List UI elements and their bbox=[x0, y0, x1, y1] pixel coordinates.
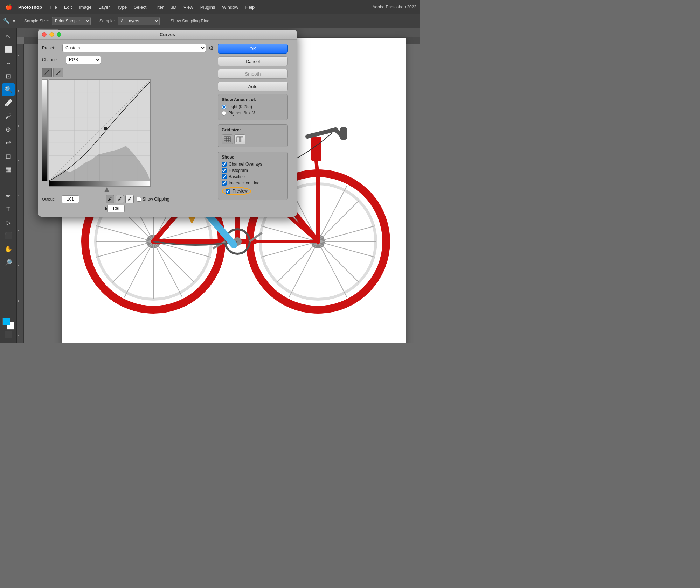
image-menu-item[interactable]: Image bbox=[75, 5, 95, 10]
channel-select[interactable]: RGB Red Green Blue bbox=[66, 56, 101, 64]
input-value-input[interactable] bbox=[107, 205, 125, 212]
sample-select[interactable]: All Layers Current Layer bbox=[118, 17, 160, 25]
show-clipping-checkbox[interactable] bbox=[137, 197, 141, 202]
intersection-line-checkbox[interactable] bbox=[222, 181, 227, 186]
sample-size-label: Sample Size: bbox=[24, 19, 49, 23]
type-menu-item[interactable]: Type bbox=[113, 5, 130, 10]
curve-tool-pencil-btn[interactable] bbox=[53, 68, 63, 77]
channel-row: Channel: RGB Red Green Blue bbox=[42, 56, 214, 64]
3d-menu-item[interactable]: 3D bbox=[167, 5, 180, 10]
grid-size-title: Grid size: bbox=[222, 127, 284, 132]
channel-overlays-checkbox[interactable] bbox=[222, 162, 227, 167]
svg-rect-64 bbox=[224, 136, 230, 142]
view-menu-item[interactable]: View bbox=[180, 5, 197, 10]
color-swatches[interactable] bbox=[2, 318, 14, 330]
preview-label[interactable]: Preview bbox=[233, 189, 248, 194]
svg-rect-43 bbox=[340, 127, 347, 140]
gradient-tool[interactable]: ▦ bbox=[2, 163, 15, 176]
preset-select[interactable]: Custom Default Strong Contrast Linear Co… bbox=[62, 44, 206, 52]
show-amount-section: Show Amount of: Light (0-255) Pigment/In… bbox=[218, 94, 288, 120]
gray-point-eyedropper[interactable]: 🖋 bbox=[116, 195, 124, 203]
show-amount-title: Show Amount of: bbox=[222, 97, 284, 102]
white-point-eyedropper[interactable]: 🖋 bbox=[125, 195, 134, 203]
input-label: Input: bbox=[43, 206, 105, 211]
pigment-radio[interactable] bbox=[222, 111, 226, 115]
gear-icon[interactable]: ⚙ bbox=[209, 45, 214, 51]
histogram-label: Histogram bbox=[229, 168, 248, 173]
shape-tool[interactable]: ⬛ bbox=[2, 230, 15, 242]
quick-mask-btn[interactable] bbox=[5, 331, 12, 338]
graph-container bbox=[42, 79, 214, 192]
smooth-button[interactable]: Smooth bbox=[218, 69, 288, 79]
output-value-input[interactable] bbox=[62, 195, 79, 203]
lasso-tool[interactable]: ⌢ bbox=[2, 57, 15, 69]
preview-checkbox[interactable] bbox=[226, 189, 230, 194]
app-title: Adobe Photoshop 2022 bbox=[373, 5, 416, 9]
channel-overlays-row: Channel Overlays bbox=[222, 162, 284, 167]
baseline-label: Baseline bbox=[229, 174, 245, 179]
clone-tool[interactable]: ⊕ bbox=[2, 123, 15, 136]
preset-label: Preset: bbox=[42, 46, 60, 50]
sample-size-select[interactable]: Point Sample 3 by 3 Average 5 by 5 Avera… bbox=[52, 17, 91, 25]
main-area: ↖ ⬜ ⌢ ⊡ 🔍 🩹 🖌 ⊕ ↩ ◻ ▦ ○ ✒ T ▷ ⬛ ✋ 🔎 bbox=[0, 28, 420, 343]
curve-tool-line-btn[interactable] bbox=[42, 68, 52, 77]
midpoint-handle[interactable] bbox=[104, 187, 109, 192]
tool-options-arrow[interactable]: ▾ bbox=[13, 18, 15, 24]
layer-menu-item[interactable]: Layer bbox=[95, 5, 113, 10]
show-title: Show: bbox=[222, 155, 284, 160]
dodge-tool[interactable]: ○ bbox=[2, 176, 15, 189]
dialog-titlebar: Curves bbox=[38, 30, 297, 40]
dialog-title: Curves bbox=[160, 32, 175, 37]
auto-button[interactable]: Auto bbox=[218, 82, 288, 91]
history-tool[interactable]: ↩ bbox=[2, 136, 15, 149]
foreground-color-swatch[interactable] bbox=[2, 318, 10, 326]
cancel-button[interactable]: Cancel bbox=[218, 56, 288, 66]
eyedropper-tool-icon[interactable]: 🔧 bbox=[3, 18, 10, 24]
dialog-right-panel: OK Cancel Smooth Auto Show Amount of: Li… bbox=[218, 44, 288, 212]
channel-label: Channel: bbox=[42, 57, 63, 62]
eyedropper-tool[interactable]: 🔍 bbox=[2, 83, 15, 96]
healing-tool[interactable]: 🩹 bbox=[2, 97, 15, 109]
brush-tool[interactable]: 🖌 bbox=[2, 110, 15, 122]
pigment-label: Pigment/Ink % bbox=[228, 111, 255, 115]
maximize-button[interactable] bbox=[57, 32, 61, 37]
histogram-checkbox[interactable] bbox=[222, 168, 227, 173]
curves-graph[interactable] bbox=[49, 79, 151, 181]
selection-tool[interactable]: ⬜ bbox=[2, 43, 15, 56]
text-tool[interactable]: T bbox=[2, 203, 15, 216]
path-selection-tool[interactable]: ▷ bbox=[2, 216, 15, 229]
pigment-radio-row: Pigment/Ink % bbox=[222, 111, 284, 115]
dialog-body: Preset: Custom Default Strong Contrast L… bbox=[38, 40, 297, 217]
show-clipping-label: Show Clipping bbox=[143, 197, 169, 202]
app-menu-item[interactable]: Photoshop bbox=[14, 5, 46, 10]
ok-button[interactable]: OK bbox=[218, 44, 288, 54]
hand-tool[interactable]: ✋ bbox=[2, 243, 15, 255]
light-radio[interactable] bbox=[222, 105, 226, 109]
move-tool[interactable]: ↖ bbox=[2, 30, 15, 43]
baseline-checkbox[interactable] bbox=[222, 174, 227, 179]
zoom-tool[interactable]: 🔎 bbox=[2, 256, 15, 269]
help-menu-item[interactable]: Help bbox=[242, 5, 258, 10]
minimize-button[interactable] bbox=[49, 32, 54, 37]
close-button[interactable] bbox=[42, 32, 47, 37]
window-menu-item[interactable]: Window bbox=[219, 5, 242, 10]
grid-4x4-button[interactable] bbox=[222, 134, 233, 144]
plugins-menu-item[interactable]: Plugins bbox=[197, 5, 219, 10]
file-menu-item[interactable]: File bbox=[46, 5, 61, 10]
svg-rect-63 bbox=[104, 127, 107, 130]
pen-tool[interactable]: ✒ bbox=[2, 190, 15, 202]
crop-tool[interactable]: ⊡ bbox=[2, 70, 15, 83]
curves-dialog: Curves Preset: Custom Default Strong Con… bbox=[38, 30, 297, 217]
show-sampling-ring-btn[interactable]: Show Sampling Ring bbox=[168, 18, 212, 24]
apple-menu[interactable]: 🍎 bbox=[4, 4, 14, 10]
preview-row: Preview bbox=[222, 187, 284, 195]
grid-10x10-button[interactable] bbox=[234, 134, 245, 144]
traffic-lights bbox=[42, 32, 61, 37]
edit-menu-item[interactable]: Edit bbox=[61, 5, 75, 10]
eraser-tool[interactable]: ◻ bbox=[2, 150, 15, 162]
black-point-eyedropper[interactable]: 🖋 bbox=[106, 195, 114, 203]
select-menu-item[interactable]: Select bbox=[130, 5, 150, 10]
filter-menu-item[interactable]: Filter bbox=[150, 5, 167, 10]
show-section: Show: Channel Overlays Histogram Ba bbox=[218, 152, 288, 200]
midpoint-slider[interactable] bbox=[49, 187, 151, 192]
